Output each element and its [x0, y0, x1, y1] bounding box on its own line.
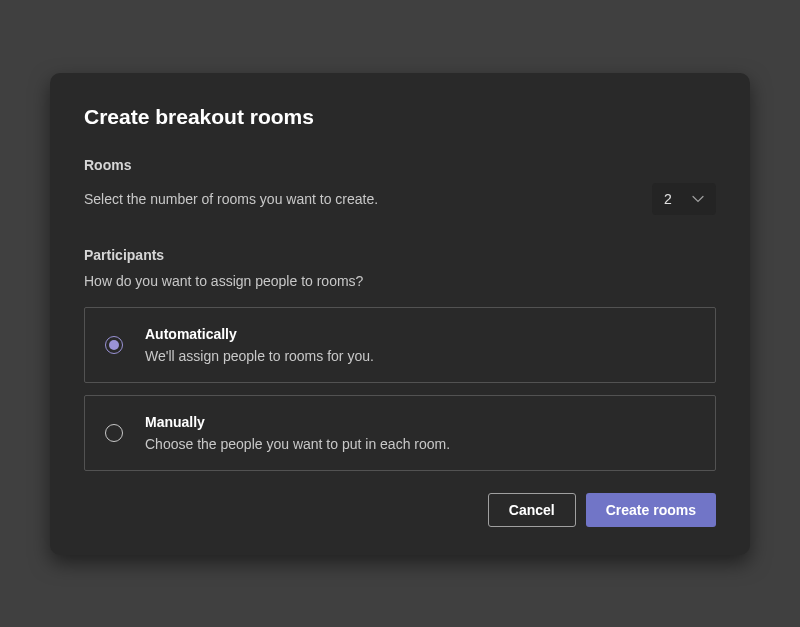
create-rooms-button[interactable]: Create rooms [586, 493, 716, 527]
rooms-label: Rooms [84, 157, 716, 173]
dialog-buttons: Cancel Create rooms [84, 493, 716, 527]
radio-inner-icon [109, 340, 119, 350]
rooms-count-value: 2 [664, 191, 672, 207]
rooms-count-select[interactable]: 2 [652, 183, 716, 215]
rooms-row: Select the number of rooms you want to c… [84, 183, 716, 215]
cancel-button[interactable]: Cancel [488, 493, 576, 527]
assign-option-manually[interactable]: Manually Choose the people you want to p… [84, 395, 716, 471]
option-desc: Choose the people you want to put in eac… [145, 436, 450, 452]
rooms-helper-text: Select the number of rooms you want to c… [84, 191, 378, 207]
breakout-rooms-dialog: Create breakout rooms Rooms Select the n… [50, 73, 750, 555]
option-title: Automatically [145, 326, 374, 342]
participants-question: How do you want to assign people to room… [84, 273, 716, 289]
radio-icon [105, 336, 123, 354]
assign-option-automatically[interactable]: Automatically We'll assign people to roo… [84, 307, 716, 383]
option-text: Automatically We'll assign people to roo… [145, 326, 374, 364]
option-text: Manually Choose the people you want to p… [145, 414, 450, 452]
option-desc: We'll assign people to rooms for you. [145, 348, 374, 364]
radio-icon [105, 424, 123, 442]
option-title: Manually [145, 414, 450, 430]
rooms-section: Rooms Select the number of rooms you wan… [84, 157, 716, 215]
chevron-down-icon [692, 195, 704, 203]
participants-label: Participants [84, 247, 716, 263]
dialog-title: Create breakout rooms [84, 105, 716, 129]
participants-section: Participants How do you want to assign p… [84, 247, 716, 471]
